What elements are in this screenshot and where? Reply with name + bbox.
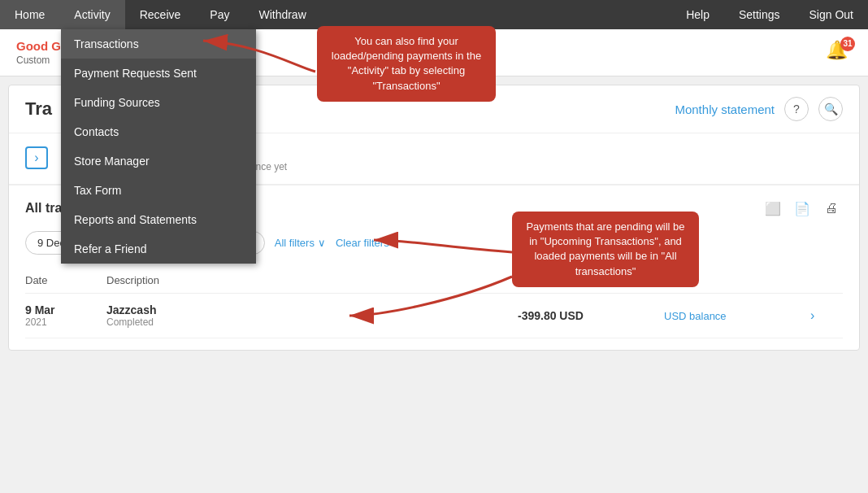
- date-year: 2021: [25, 316, 106, 328]
- dropdown-reports[interactable]: Reports and Statements: [61, 205, 256, 234]
- page-title: Tra: [25, 98, 52, 120]
- dropdown-tax-form[interactable]: Tax Form: [61, 176, 256, 205]
- row-balance-type[interactable]: USD balance: [664, 310, 810, 322]
- expand-upcoming-button[interactable]: ›: [25, 146, 48, 169]
- activity-dropdown: Transactions Payment Requests Sent Fundi…: [61, 29, 256, 264]
- nav-signout[interactable]: Sign Out: [795, 0, 868, 29]
- row-date: 9 Mar 2021: [25, 303, 106, 328]
- print-icon: 🖨: [825, 201, 838, 216]
- dropdown-refer[interactable]: Refer a Friend: [61, 234, 256, 264]
- annotation-bubble-2: Payments that are pending will be in "Up…: [512, 212, 699, 287]
- annotation-bubble-1: You can also find your loaded/pending pa…: [317, 26, 496, 102]
- nav-withdraw[interactable]: Withdraw: [244, 0, 320, 29]
- transaction-name: Jazzcash: [106, 303, 518, 316]
- dropdown-funding-sources[interactable]: Funding Sources: [61, 88, 256, 117]
- chevron-right-icon: ›: [34, 151, 38, 165]
- bell-button[interactable]: 🔔 31: [826, 40, 852, 66]
- col-date: Date: [25, 274, 106, 286]
- nav-pay[interactable]: Pay: [195, 0, 244, 29]
- dropdown-transactions[interactable]: Transactions: [61, 29, 256, 59]
- dropdown-store-manager[interactable]: Store Manager: [61, 146, 256, 176]
- nav-settings[interactable]: Settings: [724, 0, 795, 29]
- nav-home[interactable]: Home: [0, 0, 59, 29]
- nav-receive[interactable]: Receive: [125, 0, 196, 29]
- question-icon: ?: [793, 103, 800, 116]
- nav-help[interactable]: Help: [671, 0, 724, 29]
- search-button[interactable]: 🔍: [818, 97, 843, 121]
- excel-icon: ⬜: [765, 201, 781, 216]
- row-amount: -399.80 USD: [518, 309, 664, 322]
- col-action: [810, 274, 843, 286]
- transaction-status: Completed: [106, 316, 518, 328]
- table-row: 9 Mar 2021 Jazzcash Completed -399.80 US…: [25, 294, 843, 338]
- clear-filters-button[interactable]: Clear filters: [336, 237, 389, 249]
- export-excel-button[interactable]: ⬜: [762, 197, 784, 220]
- nav-activity[interactable]: Activity: [59, 0, 124, 29]
- dropdown-contacts[interactable]: Contacts: [61, 117, 256, 146]
- all-filters-chevron-icon: ∨: [318, 237, 326, 249]
- export-icons: ⬜ 📄 🖨: [762, 197, 843, 220]
- notification-badge: 31: [840, 37, 855, 51]
- pdf-icon: 📄: [794, 201, 810, 216]
- search-icon: 🔍: [824, 103, 838, 116]
- row-expand-icon[interactable]: ›: [810, 308, 843, 323]
- monthly-statement-link[interactable]: Monthly statement: [675, 103, 775, 116]
- help-button[interactable]: ?: [784, 97, 809, 121]
- all-filters-button[interactable]: All filters ∨: [275, 237, 326, 249]
- dropdown-payment-requests[interactable]: Payment Requests Sent: [61, 59, 256, 88]
- header-actions: Monthly statement ? 🔍: [675, 97, 843, 121]
- export-pdf-button[interactable]: 📄: [791, 197, 814, 220]
- col-description: Description: [106, 274, 518, 286]
- row-description: Jazzcash Completed: [106, 303, 518, 328]
- table-header: Date Description Amount: [25, 268, 843, 294]
- print-button[interactable]: 🖨: [820, 197, 843, 220]
- top-nav: Home Activity Receive Pay Withdraw Help …: [0, 0, 868, 29]
- date-day: 9 Mar: [25, 303, 106, 316]
